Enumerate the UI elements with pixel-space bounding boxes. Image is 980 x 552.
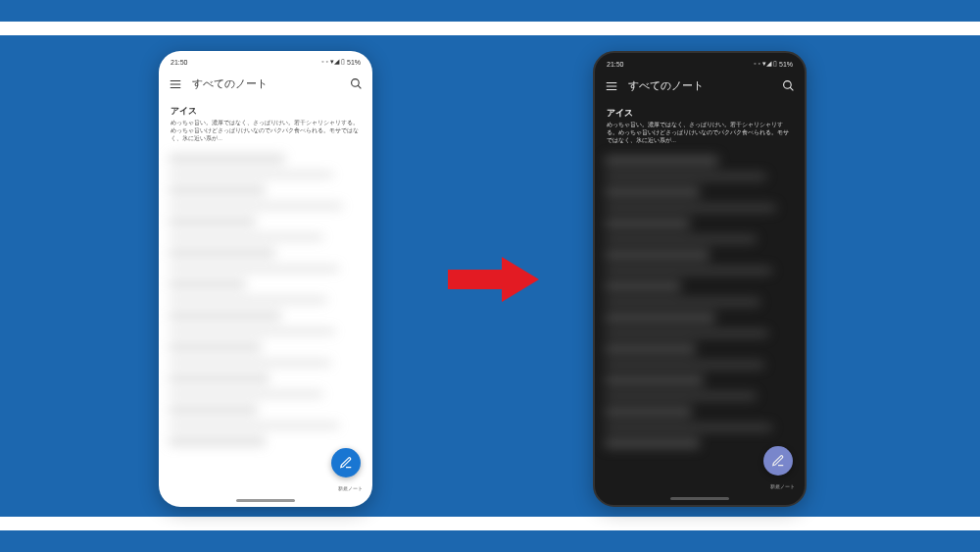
header-title: すべてのノート [628, 78, 771, 93]
search-icon[interactable] [781, 79, 795, 93]
status-bar: 21:50 ◦ ◦ ▾◢ ▯ 51% [159, 51, 372, 69]
phone-dark-mode: 21:50 ◦ ◦ ▾◢ ▯ 51% すべてのノート アイス めっちゃ旨い。濃厚… [593, 51, 807, 507]
arrow-icon [443, 255, 541, 304]
note-excerpt: めっちゃ旨い。濃厚ではなく、さっぱりけい。若干シャリシャリする。めっちゃ旨いけど… [171, 120, 361, 142]
phone-light-mode: 21:50 ◦ ◦ ▾◢ ▯ 51% すべてのノート アイス めっちゃ旨い。濃厚… [159, 51, 372, 507]
app-header: すべてのノート [159, 69, 372, 99]
home-indicator[interactable] [670, 497, 729, 500]
note-title: アイス [607, 107, 793, 120]
svg-point-0 [351, 79, 359, 87]
note-item[interactable]: アイス めっちゃ旨い。濃厚ではなく、さっぱりけい。若干シャリシャリする。めっちゃ… [159, 99, 372, 150]
note-excerpt: めっちゃ旨い。濃厚ではなく、さっぱりけい。若干シャリシャリする。めっちゃ旨いけど… [607, 122, 793, 144]
svg-point-1 [783, 81, 791, 89]
blurred-note-list [159, 154, 372, 497]
new-note-fab[interactable] [331, 448, 361, 477]
menu-icon[interactable] [169, 77, 182, 91]
search-icon[interactable] [349, 77, 363, 91]
status-icons: ◦ ◦ ▾◢ ▯ 51% [754, 60, 793, 68]
fab-label: 新規ノート [338, 485, 363, 491]
status-time: 21:50 [607, 61, 624, 68]
new-note-fab[interactable] [763, 446, 793, 476]
decorative-band-top [0, 22, 980, 35]
status-bar: 21:50 ◦ ◦ ▾◢ ▯ 51% [595, 53, 805, 71]
decorative-band-bottom [0, 517, 980, 530]
status-icons: ◦ ◦ ▾◢ ▯ 51% [321, 58, 361, 66]
home-indicator[interactable] [236, 499, 295, 502]
app-header: すべてのノート [595, 71, 805, 101]
fab-label: 新規ノート [770, 483, 795, 489]
note-item[interactable]: アイス めっちゃ旨い。濃厚ではなく、さっぱりけい。若干シャリシャリする。めっちゃ… [595, 101, 805, 152]
menu-icon[interactable] [605, 79, 618, 93]
status-time: 21:50 [171, 59, 188, 66]
header-title: すべてのノート [192, 76, 339, 91]
note-title: アイス [171, 105, 361, 118]
